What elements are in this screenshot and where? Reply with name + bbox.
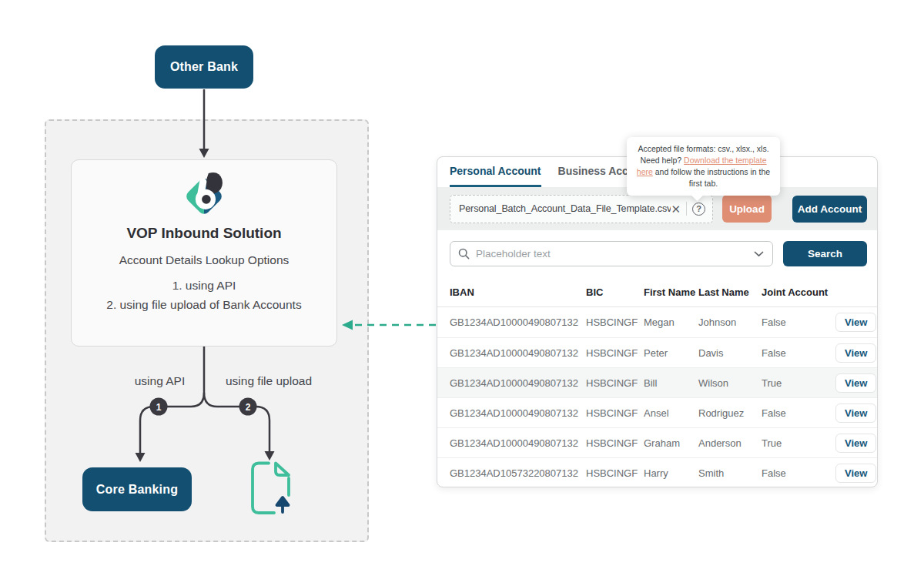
cell-first-name: Megan [644, 316, 698, 328]
cell-first-name: Harry [644, 467, 698, 479]
solution-subtitle: Account Details Lookup Options [119, 253, 290, 267]
table-row-highlighted: GB1234AD10000490807132 HSBCINGF Bill Wil… [437, 367, 877, 397]
cell-bic: HSBCINGF [586, 467, 644, 479]
account-panel: Personal Account Business Account Person… [437, 156, 878, 487]
cell-joint-account: False [762, 347, 835, 359]
divider [686, 202, 687, 216]
branch-label-file-upload: using file upload [215, 374, 323, 388]
cell-iban: GB1234AD10000490807132 [450, 316, 586, 328]
lookup-option-api: 1. using API [106, 276, 301, 295]
help-icon: ? [692, 203, 705, 216]
view-button[interactable]: View [835, 343, 876, 363]
cell-iban: GB1234AD10573220807132 [450, 467, 586, 479]
cell-last-name: Anderson [698, 437, 762, 449]
cell-bic: HSBCINGF [586, 347, 644, 359]
tooltip-text-after: and follow the instructions in the first… [653, 167, 770, 188]
core-banking-label: Core Banking [96, 483, 178, 497]
search-icon [458, 248, 470, 260]
chevron-down-icon[interactable] [754, 251, 764, 257]
cell-bic: HSBCINGF [586, 377, 644, 389]
help-button[interactable]: ? [692, 203, 705, 216]
table-header-row: IBAN BIC First Name Last Name Joint Acco… [437, 278, 877, 307]
add-account-button[interactable]: Add Account [792, 196, 867, 223]
view-button[interactable]: View [835, 373, 876, 393]
cell-last-name: Smith [698, 467, 762, 479]
solution-title: VOP Inbound Solution [126, 225, 281, 242]
cell-first-name: Peter [644, 347, 698, 359]
file-upload-field[interactable]: Personal_Batch_Account_Data_File_Templat… [450, 195, 713, 223]
accounts-table: IBAN BIC First Name Last Name Joint Acco… [437, 278, 877, 487]
table-row: GB1234AD10000490807132 HSBCINGF Graham A… [437, 427, 877, 457]
cell-last-name: Johnson [698, 316, 762, 328]
cell-joint-account: False [762, 467, 835, 479]
view-button[interactable]: View [835, 313, 876, 332]
column-header-iban: IBAN [450, 286, 586, 298]
cell-last-name: Davis [698, 347, 762, 359]
column-header-last-name: Last Name [698, 286, 762, 298]
branch-label-api: using API [116, 374, 204, 388]
cell-bic: HSBCINGF [586, 407, 644, 419]
vop-solution-card: VOP Inbound Solution Account Details Loo… [71, 159, 337, 347]
clear-file-button[interactable]: ✕ [671, 203, 681, 215]
column-header-first-name: First Name [644, 286, 698, 298]
cell-bic: HSBCINGF [586, 437, 644, 449]
lookup-option-file-upload: 2. using file upload of Bank Accounts [106, 295, 301, 314]
file-upload-icon [250, 461, 292, 515]
cell-iban: GB1234AD10000490807132 [450, 377, 586, 389]
cell-joint-account: True [762, 377, 835, 389]
cell-iban: GB1234AD10000490807132 [450, 347, 586, 359]
cell-joint-account: True [762, 437, 835, 449]
cell-last-name: Wilson [698, 377, 762, 389]
cell-bic: HSBCINGF [586, 316, 644, 328]
search-button[interactable]: Search [783, 241, 867, 266]
cell-first-name: Bill [644, 377, 698, 389]
table-row: GB1234AD10000490807132 HSBCINGF Ansel Ro… [437, 397, 877, 427]
cell-joint-account: False [762, 316, 835, 328]
upload-help-tooltip: Accepted file formats: csv., xlsx., xls.… [627, 137, 780, 196]
vop-logo-icon [180, 171, 228, 219]
cell-last-name: Rodriguez [698, 407, 762, 419]
close-icon: ✕ [671, 203, 681, 215]
tab-personal-account[interactable]: Personal Account [450, 157, 541, 187]
column-header-joint-account: Joint Account [762, 286, 835, 298]
upload-button[interactable]: Upload [722, 195, 772, 223]
search-input[interactable] [476, 248, 748, 260]
search-bar: Search [437, 241, 877, 266]
view-button[interactable]: View [835, 434, 876, 453]
cell-first-name: Graham [644, 437, 698, 449]
other-bank-label: Other Bank [170, 60, 238, 74]
other-bank-node: Other Bank [155, 45, 253, 89]
view-button[interactable]: View [835, 404, 876, 423]
selected-filename: Personal_Batch_Account_Data_File_Templat… [459, 203, 671, 214]
table-row: GB1234AD10573220807132 HSBCINGF Harry Sm… [437, 457, 877, 487]
table-row: GB1234AD10000490807132 HSBCINGF Peter Da… [437, 337, 877, 367]
cell-iban: GB1234AD10000490807132 [450, 407, 586, 419]
core-banking-node: Core Banking [82, 467, 192, 511]
cell-first-name: Ansel [644, 407, 698, 419]
view-button[interactable]: View [835, 464, 876, 483]
table-row: GB1234AD10000490807132 HSBCINGF Megan Jo… [437, 307, 877, 337]
cell-joint-account: False [762, 407, 835, 419]
column-header-bic: BIC [586, 286, 644, 298]
search-field[interactable] [450, 241, 773, 266]
cell-iban: GB1234AD10000490807132 [450, 437, 586, 449]
